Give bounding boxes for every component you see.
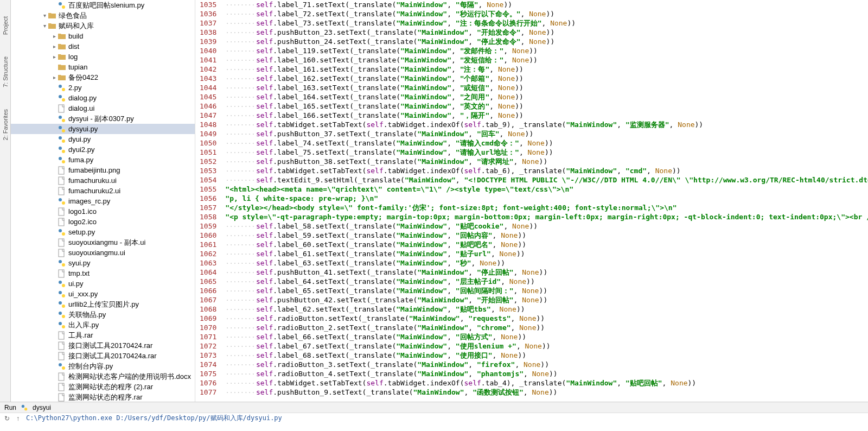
code-line[interactable]: ········self.pushButton_24.setText(_tran… [225,37,868,46]
code-line[interactable]: ········self.label_71.setText(_translate… [225,0,868,9]
code-line[interactable]: ········self.label_67.setText(_translate… [225,341,868,351]
tree-item[interactable]: dialog.py [11,93,195,103]
tree-item[interactable]: dysyui.py [11,124,195,134]
up-icon[interactable]: ↑ [16,415,20,422]
tree-item[interactable]: dyui.py [11,134,195,144]
code-line[interactable]: ········self.label_68.setText(_translate… [225,351,868,360]
code-line[interactable]: ········self.label_65.setText(_translate… [225,286,868,295]
tree-arrow-icon[interactable]: ▸ [51,54,58,60]
tree-item[interactable]: suoyouxiangmu - 副本.ui [11,237,195,248]
tree-item[interactable]: suoyouxiangmu.ui [11,248,195,258]
tree-item[interactable]: setup.py [11,227,195,237]
code-line[interactable]: "</style></head><body style=\" font-fami… [225,203,868,212]
tree-item[interactable]: dyui2.py [11,144,195,155]
tree-item[interactable]: ▸build [11,31,195,41]
code-line[interactable]: ········self.label_160.setText(_translat… [225,55,868,65]
tree-arrow-icon[interactable]: ▸ [51,74,58,80]
tree-item[interactable]: fuma.py [11,155,195,165]
code-line[interactable]: "p, li { white-space: pre-wrap; }\n" [225,194,868,203]
code-line[interactable]: ········self.radioButton_4.setText(_tran… [225,369,868,378]
code-line[interactable]: ········self.label_63.setText(_translate… [225,258,868,268]
tree-item[interactable]: ▸log [11,52,195,62]
tree-arrow-icon[interactable]: ▾ [41,12,48,18]
rerun-icon[interactable]: ↻ [4,415,10,422]
tree-item[interactable]: fumabeijintu.png [11,165,195,175]
code-line[interactable]: ········self.radioButton_3.setText(_tran… [225,360,868,369]
tree-item[interactable]: logo1.ico [11,206,195,217]
tree-item[interactable]: ui.py [11,278,195,289]
code-line[interactable]: ········self.label_75.setText(_translate… [225,148,868,157]
tree-item[interactable]: ui_xxx.py [11,289,195,299]
tree-item[interactable]: tupian [11,62,195,72]
tree-item[interactable]: 监测网站状态的程序.rar [11,392,195,402]
project-tab[interactable]: Project [2,16,9,35]
code-line[interactable]: ········self.textEdit_9.setHtml(_transla… [225,175,868,185]
code-line[interactable]: ········self.pushButton_41.setText(_tran… [225,268,868,277]
tree-item[interactable]: ▾绿色食品 [11,10,195,21]
svg-point-14 [62,150,65,153]
tree-item[interactable]: logo2.ico [11,217,195,227]
tree-item[interactable]: ▸备份0422 [11,72,195,83]
code-line[interactable]: ········self.label_119.setText(_translat… [225,46,868,55]
code-line[interactable]: ········self.pushButton_23.setText(_tran… [225,28,868,37]
run-config-name[interactable]: dysyui [33,404,51,411]
code-line[interactable]: ········self.pushButton_42.setText(_tran… [225,295,868,305]
tree-item[interactable]: images_rc.py [11,196,195,206]
tree-item[interactable]: 控制台内容.py [11,361,195,371]
tree-item[interactable]: 检测网站状态客户端的使用说明书.docx [11,371,195,382]
tree-item[interactable]: 关联物品.py [11,309,195,320]
code-line[interactable]: ········self.pushButton_37.setText(_tran… [225,129,868,138]
line-number: 1058 [200,212,216,221]
tree-item[interactable]: syui.py [11,258,195,268]
code-line[interactable]: ········self.label_60.setText(_translate… [225,240,868,249]
code-line[interactable]: ········self.label_64.setText(_translate… [225,277,868,286]
code-line[interactable]: ········self.pushButton_38.setText(_tran… [225,157,868,166]
code-line[interactable]: ········self.tabWidget.setTabText(self.t… [225,378,868,388]
tree-item[interactable]: 工具.rar [11,330,195,340]
structure-tab[interactable]: 7: Structure [2,56,9,87]
favorites-tab[interactable]: 2: Favorites [2,109,9,140]
code-line[interactable]: ········self.label_162.setText(_translat… [225,74,868,83]
code-line[interactable]: ········self.label_62.setText(_translate… [225,305,868,314]
tree-item[interactable]: 接口测试工具20170424a.rar [11,351,195,361]
tree-item[interactable]: 接口测试工具20170424.rar [11,340,195,351]
code-line[interactable]: ········self.label_72.setText(_translate… [225,9,868,18]
code-line[interactable]: ········self.radioButton.setText(_transl… [225,314,868,323]
run-label[interactable]: Run [4,404,16,411]
tree-item[interactable]: dialog.ui [11,103,195,113]
tree-item[interactable]: fumachuruku2.ui [11,186,195,196]
code-line[interactable]: ········self.radioButton_2.setText(_tran… [225,323,868,332]
tree-item[interactable]: 出入库.py [11,320,195,330]
code-line[interactable]: ········self.label_66.setText(_translate… [225,332,868,341]
code-line[interactable]: "<p style=\"-qt-paragraph-type:empty; ma… [225,212,868,221]
code-line[interactable]: ········self.label_59.setText(_translate… [225,231,868,240]
code-line[interactable]: ········self.label_61.setText(_translate… [225,249,868,258]
tree-item[interactable]: tmp.txt [11,268,195,278]
code-line[interactable]: ········self.label_161.setText(_translat… [225,65,868,74]
code-line[interactable]: ········self.label_164.setText(_translat… [225,92,868,102]
code-line[interactable]: ········self.pushButton_9.setText(_trans… [225,388,868,397]
tree-item[interactable]: urllib2上传宝贝图片.py [11,299,195,309]
code-editor[interactable]: 1035103610371038103910401041104210431044… [195,0,868,402]
tree-item[interactable]: ▾赋码和入库 [11,21,195,31]
code-line[interactable]: ········self.label_165.setText(_translat… [225,102,868,111]
tree-arrow-icon[interactable]: ▾ [41,23,48,29]
tree-item[interactable]: 2.py [11,83,195,93]
code-area[interactable]: ········self.label_71.setText(_translate… [223,0,868,402]
tree-item[interactable]: 监测网站状态的程序 (2).rar [11,382,195,392]
tree-item[interactable]: dysyui - 副本0307.py [11,113,195,124]
tree-item[interactable]: ▸dist [11,41,195,52]
tree-item[interactable]: 百度贴吧回帖slenium.py [11,0,195,10]
tree-arrow-icon[interactable]: ▸ [51,33,58,39]
code-line[interactable]: ········self.tabWidget.setTabText(self.t… [225,120,868,129]
code-line[interactable]: ········self.label_58.setText(_translate… [225,221,868,231]
code-line[interactable]: ········self.label_73.setText(_translate… [225,18,868,28]
project-tree[interactable]: 百度贴吧回帖slenium.py▾绿色食品▾赋码和入库▸build▸dist▸l… [11,0,195,402]
code-line[interactable]: ········self.label_74.setText(_translate… [225,138,868,148]
code-line[interactable]: "<html><head><meta name=\"qrichtext\" co… [225,185,868,194]
tree-item[interactable]: fumachuruku.ui [11,175,195,186]
tree-arrow-icon[interactable]: ▸ [51,43,58,49]
code-line[interactable]: ········self.tabWidget.setTabText(self.t… [225,166,868,175]
code-line[interactable]: ········self.label_166.setText(_translat… [225,111,868,120]
code-line[interactable]: ········self.label_163.setText(_translat… [225,83,868,92]
